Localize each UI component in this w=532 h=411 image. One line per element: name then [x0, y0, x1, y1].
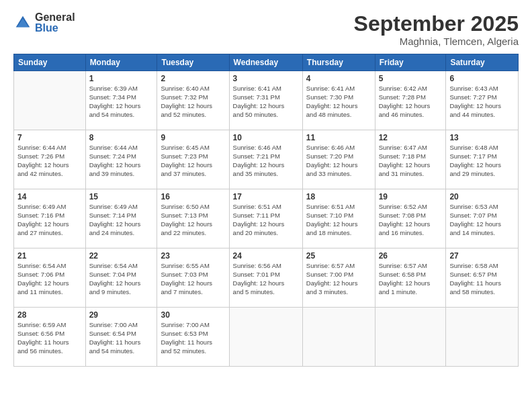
calendar-location: Maghnia, Tlemcen, Algeria — [354, 36, 519, 47]
table-row: 26Sunrise: 6:57 AM Sunset: 6:58 PM Dayli… — [375, 248, 446, 308]
table-row: 18Sunrise: 6:51 AM Sunset: 7:10 PM Dayli… — [302, 189, 375, 248]
day-info: Sunrise: 6:53 AM Sunset: 7:07 PM Dayligh… — [449, 203, 515, 237]
day-number: 9 — [161, 133, 225, 142]
day-info: Sunrise: 6:49 AM Sunset: 7:14 PM Dayligh… — [89, 203, 154, 237]
table-row — [302, 308, 375, 367]
day-number: 8 — [89, 133, 154, 142]
day-info: Sunrise: 6:47 AM Sunset: 7:18 PM Dayligh… — [379, 144, 443, 178]
day-info: Sunrise: 6:59 AM Sunset: 6:56 PM Dayligh… — [17, 321, 82, 355]
day-info: Sunrise: 6:54 AM Sunset: 7:04 PM Dayligh… — [89, 262, 154, 296]
table-row: 3Sunrise: 6:41 AM Sunset: 7:31 PM Daylig… — [229, 71, 302, 130]
table-row: 11Sunrise: 6:46 AM Sunset: 7:20 PM Dayli… — [302, 130, 375, 189]
day-info: Sunrise: 6:51 AM Sunset: 7:11 PM Dayligh… — [233, 203, 299, 237]
day-number: 25 — [306, 251, 371, 261]
logo-icon — [13, 13, 32, 32]
day-info: Sunrise: 7:00 AM Sunset: 6:53 PM Dayligh… — [161, 321, 225, 355]
day-number: 24 — [233, 251, 299, 261]
day-info: Sunrise: 6:44 AM Sunset: 7:24 PM Dayligh… — [89, 144, 154, 178]
day-number: 21 — [17, 251, 82, 261]
table-row: 5Sunrise: 6:42 AM Sunset: 7:28 PM Daylig… — [375, 71, 446, 130]
day-number: 29 — [89, 310, 154, 320]
calendar-header-row: Sunday Monday Tuesday Wednesday Thursday… — [14, 54, 519, 71]
day-info: Sunrise: 6:43 AM Sunset: 7:27 PM Dayligh… — [449, 85, 515, 119]
table-row: 29Sunrise: 7:00 AM Sunset: 6:54 PM Dayli… — [85, 308, 157, 367]
table-row: 2Sunrise: 6:40 AM Sunset: 7:32 PM Daylig… — [157, 71, 229, 130]
logo-general-text: General — [35, 12, 75, 23]
logo: General Blue — [13, 12, 75, 34]
calendar-week-row: 1Sunrise: 6:39 AM Sunset: 7:34 PM Daylig… — [14, 71, 519, 130]
day-number: 4 — [306, 74, 371, 83]
table-row: 12Sunrise: 6:47 AM Sunset: 7:18 PM Dayli… — [375, 130, 446, 189]
table-row: 16Sunrise: 6:50 AM Sunset: 7:13 PM Dayli… — [157, 189, 229, 248]
day-number: 2 — [161, 74, 225, 83]
day-info: Sunrise: 6:51 AM Sunset: 7:10 PM Dayligh… — [306, 203, 371, 237]
table-row: 9Sunrise: 6:45 AM Sunset: 7:23 PM Daylig… — [157, 130, 229, 189]
day-number: 27 — [449, 251, 515, 261]
day-number: 22 — [89, 251, 154, 261]
calendar-title: September 2025 — [354, 12, 519, 36]
day-info: Sunrise: 6:46 AM Sunset: 7:21 PM Dayligh… — [233, 144, 299, 178]
day-number: 20 — [449, 192, 515, 201]
day-info: Sunrise: 6:44 AM Sunset: 7:26 PM Dayligh… — [17, 144, 82, 178]
day-number: 12 — [379, 133, 443, 142]
day-info: Sunrise: 6:57 AM Sunset: 7:00 PM Dayligh… — [306, 262, 371, 296]
table-row — [446, 308, 519, 367]
day-info: Sunrise: 6:46 AM Sunset: 7:20 PM Dayligh… — [306, 144, 371, 178]
day-number: 7 — [17, 133, 82, 142]
day-info: Sunrise: 6:49 AM Sunset: 7:16 PM Dayligh… — [17, 203, 82, 237]
header: General Blue September 2025 Maghnia, Tle… — [13, 12, 519, 47]
table-row: 20Sunrise: 6:53 AM Sunset: 7:07 PM Dayli… — [446, 189, 519, 248]
table-row: 13Sunrise: 6:48 AM Sunset: 7:17 PM Dayli… — [446, 130, 519, 189]
day-info: Sunrise: 7:00 AM Sunset: 6:54 PM Dayligh… — [89, 321, 154, 355]
day-number: 30 — [161, 310, 225, 320]
day-info: Sunrise: 6:57 AM Sunset: 6:58 PM Dayligh… — [379, 262, 443, 296]
day-number: 26 — [379, 251, 443, 261]
day-info: Sunrise: 6:42 AM Sunset: 7:28 PM Dayligh… — [379, 85, 443, 119]
title-block: September 2025 Maghnia, Tlemcen, Algeria — [354, 12, 519, 47]
logo-blue-text: Blue — [35, 23, 75, 34]
logo-text: General Blue — [35, 12, 75, 34]
table-row: 1Sunrise: 6:39 AM Sunset: 7:34 PM Daylig… — [85, 71, 157, 130]
day-number: 14 — [17, 192, 82, 201]
day-number: 18 — [306, 192, 371, 201]
day-info: Sunrise: 6:54 AM Sunset: 7:06 PM Dayligh… — [17, 262, 82, 296]
table-row — [229, 308, 302, 367]
table-row — [14, 71, 86, 130]
day-number: 3 — [233, 74, 299, 83]
table-row: 8Sunrise: 6:44 AM Sunset: 7:24 PM Daylig… — [85, 130, 157, 189]
day-number: 5 — [379, 74, 443, 83]
day-number: 19 — [379, 192, 443, 201]
table-row: 6Sunrise: 6:43 AM Sunset: 7:27 PM Daylig… — [446, 71, 519, 130]
day-info: Sunrise: 6:45 AM Sunset: 7:23 PM Dayligh… — [161, 144, 225, 178]
table-row: 24Sunrise: 6:56 AM Sunset: 7:01 PM Dayli… — [229, 248, 302, 308]
day-info: Sunrise: 6:50 AM Sunset: 7:13 PM Dayligh… — [161, 203, 225, 237]
calendar-table: Sunday Monday Tuesday Wednesday Thursday… — [13, 54, 519, 367]
col-tuesday: Tuesday — [157, 54, 229, 71]
calendar-week-row: 14Sunrise: 6:49 AM Sunset: 7:16 PM Dayli… — [14, 189, 519, 248]
day-number: 23 — [161, 251, 225, 261]
table-row: 25Sunrise: 6:57 AM Sunset: 7:00 PM Dayli… — [302, 248, 375, 308]
table-row: 17Sunrise: 6:51 AM Sunset: 7:11 PM Dayli… — [229, 189, 302, 248]
col-wednesday: Wednesday — [229, 54, 302, 71]
table-row: 27Sunrise: 6:58 AM Sunset: 6:57 PM Dayli… — [446, 248, 519, 308]
day-info: Sunrise: 6:52 AM Sunset: 7:08 PM Dayligh… — [379, 203, 443, 237]
table-row — [375, 308, 446, 367]
col-thursday: Thursday — [302, 54, 375, 71]
day-info: Sunrise: 6:41 AM Sunset: 7:31 PM Dayligh… — [233, 85, 299, 119]
day-number: 13 — [449, 133, 515, 142]
table-row: 19Sunrise: 6:52 AM Sunset: 7:08 PM Dayli… — [375, 189, 446, 248]
table-row: 21Sunrise: 6:54 AM Sunset: 7:06 PM Dayli… — [14, 248, 86, 308]
day-number: 16 — [161, 192, 225, 201]
day-info: Sunrise: 6:48 AM Sunset: 7:17 PM Dayligh… — [449, 144, 515, 178]
table-row: 22Sunrise: 6:54 AM Sunset: 7:04 PM Dayli… — [85, 248, 157, 308]
calendar-week-row: 28Sunrise: 6:59 AM Sunset: 6:56 PM Dayli… — [14, 308, 519, 367]
day-number: 11 — [306, 133, 371, 142]
day-info: Sunrise: 6:58 AM Sunset: 6:57 PM Dayligh… — [449, 262, 515, 296]
day-info: Sunrise: 6:55 AM Sunset: 7:03 PM Dayligh… — [161, 262, 225, 296]
table-row: 10Sunrise: 6:46 AM Sunset: 7:21 PM Dayli… — [229, 130, 302, 189]
col-saturday: Saturday — [446, 54, 519, 71]
table-row: 14Sunrise: 6:49 AM Sunset: 7:16 PM Dayli… — [14, 189, 86, 248]
col-sunday: Sunday — [14, 54, 86, 71]
day-number: 17 — [233, 192, 299, 201]
day-number: 1 — [89, 74, 154, 83]
